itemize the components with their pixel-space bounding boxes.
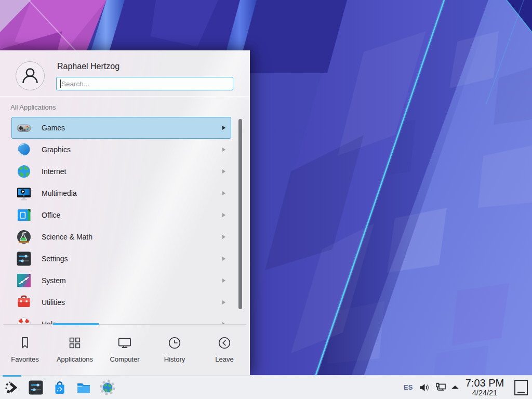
category-label: Internet (42, 167, 222, 176)
discover-icon[interactable] (51, 379, 68, 396)
header-separator (0, 96, 249, 97)
category-row-utilities[interactable]: Utilities (11, 291, 231, 313)
clock-date: 4/24/21 (461, 389, 509, 397)
submenu-arrow-icon (222, 126, 225, 130)
tab-computer[interactable]: Computer (100, 335, 150, 376)
network-icon[interactable] (434, 381, 447, 394)
category-row-settings[interactable]: Settings (11, 248, 231, 270)
search-field-wrap (56, 77, 233, 90)
category-list: Games Graphics (11, 117, 231, 324)
search-input[interactable] (56, 77, 233, 90)
launcher-tabbar: Favorites Applications Computer (0, 326, 249, 376)
tab-label: Computer (110, 355, 139, 363)
category-row-office[interactable]: Office (11, 204, 231, 226)
tab-favorites[interactable]: Favorites (0, 335, 50, 376)
show-desktop-icon[interactable] (514, 380, 528, 395)
system-icon (16, 272, 32, 289)
list-tabbar-separator (3, 324, 246, 325)
monitor-icon (117, 335, 132, 351)
submenu-arrow-icon (222, 213, 225, 217)
category-row-system[interactable]: System (11, 270, 231, 291)
tab-label: Favorites (11, 355, 38, 363)
tab-label: Applications (57, 355, 93, 363)
show-desktop-bar (517, 392, 525, 393)
multimedia-icon (16, 185, 32, 202)
tab-label: History (164, 355, 185, 363)
dolphin-folder-icon[interactable] (75, 379, 92, 396)
category-label: Games (42, 124, 222, 132)
system-settings-icon[interactable] (28, 379, 44, 396)
science-icon (16, 229, 32, 245)
office-icon (16, 207, 32, 223)
graphics-icon (16, 141, 32, 158)
application-launcher-menu: Raphael Hertzog All Applications (0, 50, 250, 375)
lifebuoy-icon (16, 316, 32, 324)
submenu-arrow-icon (222, 300, 225, 304)
bookmark-icon (17, 335, 33, 351)
tab-label: Leave (215, 355, 233, 363)
category-label: Office (42, 211, 222, 219)
volume-icon[interactable] (418, 381, 431, 394)
submenu-arrow-icon (222, 148, 225, 152)
user-name: Raphael Hertzog (57, 62, 119, 71)
globe-icon (16, 163, 32, 180)
user-icon (16, 62, 44, 90)
tab-leave[interactable]: Leave (200, 335, 249, 376)
category-row-multimedia[interactable]: Multimedia (11, 182, 231, 204)
category-row-internet[interactable]: Internet (11, 161, 231, 182)
taskbar-panel: ES 7:03 PM 4/24/21 (0, 375, 532, 399)
category-label: System (42, 276, 222, 285)
utilities-icon (16, 294, 32, 311)
submenu-arrow-icon (222, 257, 225, 261)
keyboard-layout-indicator[interactable]: ES (404, 383, 413, 391)
category-label: Utilities (42, 298, 222, 307)
submenu-arrow-icon (222, 235, 225, 239)
leave-icon (217, 335, 232, 351)
category-label: Settings (42, 255, 222, 263)
submenu-arrow-icon (222, 278, 225, 283)
category-row-science-math[interactable]: Science & Math (11, 226, 231, 248)
submenu-arrow-icon (222, 191, 225, 195)
category-row-graphics[interactable]: Graphics (11, 139, 231, 161)
desktop-screen: Raphael Hertzog All Applications (0, 0, 532, 399)
tab-applications[interactable]: Applications (50, 335, 100, 376)
grid-icon (67, 335, 83, 351)
clock-widget[interactable]: 7:03 PM 4/24/21 (461, 377, 509, 397)
active-tab-indicator (53, 323, 99, 325)
category-label: Science & Math (42, 233, 222, 241)
category-row-games[interactable]: Games (11, 117, 231, 139)
gamepad-icon (16, 119, 32, 136)
konqueror-globe-icon[interactable] (99, 379, 116, 396)
text-caret (60, 79, 61, 88)
tray-expander-caret-icon[interactable] (450, 381, 460, 394)
list-scrollbar[interactable] (238, 119, 242, 309)
category-label: Multimedia (42, 189, 222, 197)
category-label: Graphics (42, 145, 222, 154)
tab-history[interactable]: History (150, 335, 200, 376)
kde-launcher-icon[interactable] (3, 379, 20, 396)
launcher-active-indicator (3, 375, 21, 377)
submenu-arrow-icon (222, 169, 225, 174)
clock-time: 7:03 PM (461, 377, 509, 389)
settings-icon (16, 250, 32, 267)
clock-icon (167, 335, 182, 351)
section-label: All Applications (10, 103, 56, 111)
user-avatar[interactable] (16, 61, 45, 90)
category-row-help[interactable]: Help (11, 313, 231, 324)
